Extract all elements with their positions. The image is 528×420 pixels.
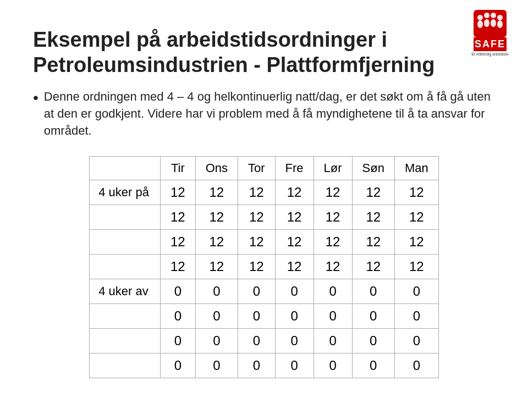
bullet-item: • Denne ordningen med 4 – 4 og helkontin…	[33, 89, 495, 139]
cell-r0-c0: 12	[160, 180, 195, 205]
table-header-row: Tir Ons Tor Fre Lør Søn Man	[90, 156, 439, 180]
header-lor: Lør	[314, 156, 352, 180]
cell-r0-c2: 12	[238, 180, 276, 205]
row-label-5	[90, 303, 161, 328]
header-fre: Fre	[275, 156, 314, 180]
cell-r1-c2: 12	[238, 205, 276, 229]
row-label-2	[90, 229, 161, 254]
page-title: Eksempel på arbeidstidsordninger i Petro…	[33, 27, 440, 78]
cell-r3-c0: 12	[160, 254, 195, 279]
cell-r3-c5: 12	[352, 254, 394, 279]
cell-r2-c3: 12	[275, 229, 314, 254]
svg-point-4	[497, 15, 503, 20]
cell-r1-c1: 12	[195, 205, 238, 229]
safe-logo: SAFE Et rettferdig arbeidsliv	[468, 10, 513, 57]
svg-point-3	[491, 13, 496, 18]
cell-r7-c6: 0	[394, 353, 438, 378]
cell-r5-c0: 0	[160, 303, 195, 328]
cell-r6-c4: 0	[314, 328, 352, 353]
cell-r2-c1: 12	[195, 229, 238, 254]
table-body: 4 uker på1212121212121212121212121212121…	[90, 180, 439, 378]
table-row: 12121212121212	[90, 229, 439, 254]
header-man: Man	[394, 156, 438, 180]
row-label-0: 4 uker på	[90, 180, 161, 205]
header-tor: Tor	[238, 156, 276, 180]
cell-r3-c4: 12	[314, 254, 352, 279]
row-label-1	[90, 205, 161, 229]
cell-r7-c4: 0	[314, 353, 352, 378]
cell-r3-c6: 12	[394, 254, 438, 279]
cell-r3-c1: 12	[195, 254, 238, 279]
cell-r5-c1: 0	[195, 303, 238, 328]
svg-point-2	[484, 13, 490, 18]
row-label-3	[90, 254, 161, 279]
table-row: 0000000	[90, 328, 439, 353]
cell-r7-c0: 0	[160, 353, 195, 378]
cell-r0-c5: 12	[352, 180, 394, 205]
svg-point-6	[484, 19, 490, 27]
table-row: 4 uker på12121212121212	[90, 180, 439, 205]
cell-r4-c6: 0	[394, 279, 438, 303]
table-row: 12121212121212	[90, 205, 439, 229]
cell-r1-c4: 12	[314, 205, 352, 229]
header-son: Søn	[352, 156, 394, 180]
cell-r6-c1: 0	[195, 328, 238, 353]
table-section: Tir Ons Tor Fre Lør Søn Man 4 uker på121…	[33, 156, 495, 378]
table-row: 12121212121212	[90, 254, 439, 279]
safe-logo-name: SAFE	[474, 37, 507, 51]
title-block: Eksempel på arbeidstidsordninger i Petro…	[33, 27, 495, 78]
cell-r5-c2: 0	[238, 303, 276, 328]
table-row: 0000000	[90, 353, 439, 378]
row-label-6	[90, 328, 161, 353]
safe-logo-icon	[474, 10, 507, 37]
cell-r2-c6: 12	[394, 229, 438, 254]
bullet-text: Denne ordningen med 4 – 4 og helkontinue…	[44, 89, 495, 139]
bullet-dot: •	[33, 89, 38, 107]
cell-r6-c0: 0	[160, 328, 195, 353]
cell-r1-c3: 12	[275, 205, 314, 229]
cell-r1-c6: 12	[394, 205, 438, 229]
cell-r0-c4: 12	[314, 180, 352, 205]
cell-r4-c0: 0	[160, 279, 195, 303]
cell-r4-c2: 0	[238, 279, 276, 303]
cell-r7-c5: 0	[352, 353, 394, 378]
header-ons: Ons	[195, 156, 238, 180]
cell-r2-c5: 12	[352, 229, 394, 254]
cell-r7-c2: 0	[238, 353, 276, 378]
row-label-4: 4 uker av	[90, 279, 161, 303]
cell-r6-c6: 0	[394, 328, 438, 353]
row-label-7	[90, 353, 161, 378]
cell-r4-c4: 0	[314, 279, 352, 303]
cell-r0-c1: 12	[195, 180, 238, 205]
cell-r3-c3: 12	[275, 254, 314, 279]
cell-r7-c3: 0	[275, 353, 314, 378]
cell-r0-c6: 12	[394, 180, 438, 205]
cell-r5-c6: 0	[394, 303, 438, 328]
cell-r1-c5: 12	[352, 205, 394, 229]
table-row: 0000000	[90, 303, 439, 328]
cell-r0-c3: 12	[275, 180, 314, 205]
cell-r4-c3: 0	[275, 279, 314, 303]
cell-r5-c5: 0	[352, 303, 394, 328]
cell-r6-c5: 0	[352, 328, 394, 353]
schedule-table: Tir Ons Tor Fre Lør Søn Man 4 uker på121…	[89, 156, 439, 378]
cell-r5-c3: 0	[275, 303, 314, 328]
bullet-section: • Denne ordningen med 4 – 4 og helkontin…	[33, 89, 495, 139]
cell-r2-c2: 12	[238, 229, 276, 254]
svg-point-7	[491, 19, 496, 27]
cell-r7-c1: 0	[195, 353, 238, 378]
safe-logo-tagline: Et rettferdig arbeidsliv	[471, 52, 509, 57]
svg-point-1	[477, 15, 483, 20]
cell-r6-c2: 0	[238, 328, 276, 353]
cell-r1-c0: 12	[160, 205, 195, 229]
cell-r2-c4: 12	[314, 229, 352, 254]
table-row: 4 uker av0000000	[90, 279, 439, 303]
cell-r4-c1: 0	[195, 279, 238, 303]
cell-r6-c3: 0	[275, 328, 314, 353]
cell-r3-c2: 12	[238, 254, 276, 279]
svg-point-8	[497, 20, 503, 28]
header-tir: Tir	[160, 156, 195, 180]
svg-point-5	[477, 20, 483, 28]
table-corner-cell	[90, 156, 161, 180]
cell-r4-c5: 0	[352, 279, 394, 303]
